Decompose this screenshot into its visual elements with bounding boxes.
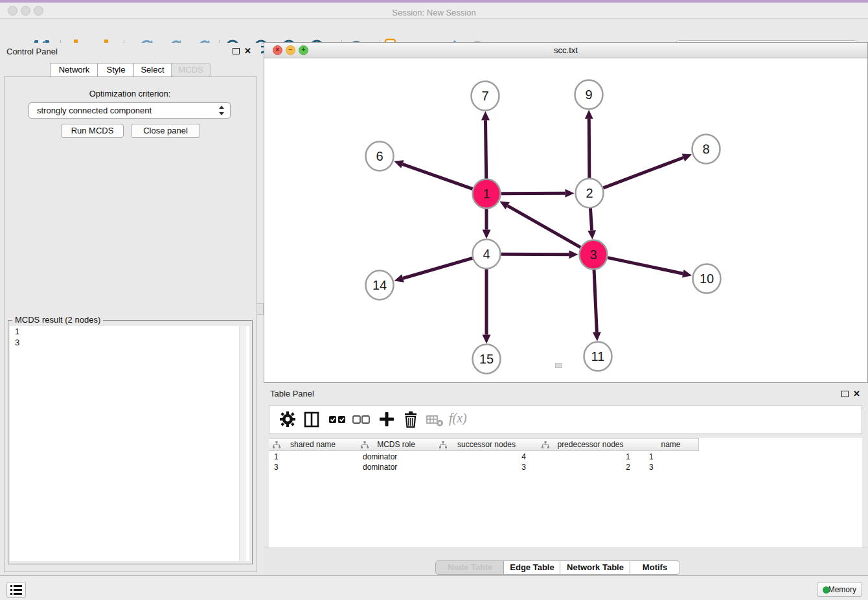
run-mcds-button[interactable]: Run MCDS: [61, 124, 124, 138]
criterion-dropdown[interactable]: strongly connected component: [29, 102, 231, 119]
tab-style[interactable]: Style: [97, 63, 135, 77]
graph-node-2[interactable]: 2: [576, 179, 604, 208]
memory-button[interactable]: Memory: [817, 582, 862, 597]
graph-node-label: 6: [376, 149, 383, 163]
graph-edge-arrowhead: [394, 274, 404, 282]
graph-edge-3-1[interactable]: [508, 206, 581, 248]
status-bar: Memory: [0, 575, 868, 600]
show-columns-icon[interactable]: [301, 409, 322, 430]
window-resize-handle[interactable]: [555, 363, 562, 368]
graph-node-4[interactable]: 4: [473, 240, 501, 269]
graph-node-label: 15: [479, 352, 494, 366]
column-header-mcds-role[interactable]: MCDS role: [357, 438, 436, 451]
table-cell[interactable]: 1: [649, 452, 694, 462]
delete-column-icon[interactable]: [424, 409, 445, 430]
memory-label: Memory: [828, 585, 856, 594]
graph-node-label: 10: [700, 271, 714, 286]
table-cell[interactable]: 1: [538, 452, 630, 462]
table-cell[interactable]: 3: [649, 462, 694, 472]
tab-node-table[interactable]: Node Table: [435, 560, 505, 575]
graph-node-label: 4: [483, 247, 490, 261]
tab-motifs[interactable]: Motifs: [630, 560, 680, 575]
tab-network-table[interactable]: Network Table: [560, 560, 631, 575]
result-scrollbar[interactable]: [239, 326, 246, 561]
graph-edge-3-10[interactable]: [608, 258, 683, 274]
graph-node-1[interactable]: 1: [473, 179, 501, 209]
main-toolbar: [0, 19, 868, 43]
tab-select[interactable]: Select: [133, 63, 172, 77]
app-title: Session: New Session: [0, 8, 868, 17]
graph-edge-arrowhead: [593, 332, 601, 341]
float-panel-icon[interactable]: [233, 48, 240, 54]
mcds-result-textarea[interactable]: 1 3: [10, 326, 249, 561]
graph-edge-1-7[interactable]: [485, 120, 486, 179]
graph-edge-1-6[interactable]: [402, 164, 472, 189]
table-cell[interactable]: dominator: [363, 462, 434, 472]
graph-edge-4-14[interactable]: [403, 258, 472, 278]
graph-edge-arrowhead: [588, 230, 596, 239]
table-cell[interactable]: 3: [274, 462, 352, 472]
control-panel: Control Panel ✕ Network Style Select MCD…: [0, 43, 261, 575]
table-toolbar: f(x): [269, 405, 862, 434]
table-panel-title: Table Panel: [270, 389, 314, 398]
network-canvas[interactable]: 7968124314101511: [264, 58, 866, 382]
close-panel-button[interactable]: Close panel: [131, 124, 200, 138]
graph-edge-2-8[interactable]: [603, 157, 683, 188]
tab-mcds[interactable]: MCDS: [171, 63, 211, 77]
column-label: successor nodes: [457, 440, 516, 449]
graph-node-14[interactable]: 14: [366, 271, 394, 300]
optimization-criterion-label: Optimization criterion:: [4, 89, 256, 98]
table-cell[interactable]: 2: [538, 462, 630, 472]
close-panel-icon[interactable]: ✕: [244, 47, 251, 55]
graph-node-10[interactable]: 10: [693, 264, 721, 294]
graph-node-8[interactable]: 8: [692, 135, 720, 164]
float-table-panel-icon[interactable]: [841, 391, 849, 397]
settings-gear-icon[interactable]: [277, 409, 298, 430]
close-table-panel-icon[interactable]: ✕: [853, 389, 860, 398]
graph-edge-arrowhead: [682, 270, 692, 278]
graph-edge-arrowhead: [565, 189, 574, 198]
list-icon: [10, 584, 23, 595]
network-window-title: scc.txt: [264, 45, 867, 55]
column-header-predecessor-nodes[interactable]: predecessor nodes: [538, 438, 644, 451]
network-window-titlebar[interactable]: × − + scc.txt: [264, 43, 867, 58]
graph-node-9[interactable]: 9: [575, 80, 603, 110]
column-header-shared-name[interactable]: shared name: [269, 438, 358, 451]
graph-node-6[interactable]: 6: [366, 142, 394, 171]
panel-divider-grip[interactable]: [257, 303, 264, 315]
graph-node-label: 7: [481, 89, 488, 103]
graph-edge-3-11[interactable]: [594, 269, 597, 332]
graph-edge-1-2[interactable]: [501, 193, 565, 194]
control-panel-title: Control Panel: [6, 47, 58, 56]
task-history-button[interactable]: [6, 582, 26, 598]
tab-network[interactable]: Network: [50, 63, 98, 77]
select-all-icon[interactable]: [326, 409, 347, 430]
graph-edge-2-9[interactable]: [589, 119, 589, 178]
add-column-icon[interactable]: [376, 409, 397, 430]
column-header-name[interactable]: name: [643, 438, 699, 451]
tab-edge-table[interactable]: Edge Table: [503, 560, 561, 575]
graph-node-label: 2: [586, 186, 593, 200]
graph-edge-2-3[interactable]: [590, 207, 591, 230]
unselect-all-icon[interactable]: [350, 409, 371, 430]
table-cell[interactable]: 3: [435, 462, 526, 472]
graph-edge-arrowhead: [394, 160, 404, 168]
memory-status-icon: [823, 586, 830, 594]
column-header-successor-nodes[interactable]: successor nodes: [435, 438, 538, 451]
column-type-icon: [361, 441, 369, 448]
table-cell[interactable]: 1: [274, 452, 352, 462]
column-label: predecessor nodes: [557, 440, 623, 449]
table-cell[interactable]: dominator: [363, 452, 434, 462]
function-builder-icon[interactable]: f(x): [449, 411, 475, 432]
table-cell[interactable]: 4: [435, 452, 526, 462]
graph-node-11[interactable]: 11: [584, 342, 612, 371]
graph-node-15[interactable]: 15: [473, 345, 501, 374]
graph-node-7[interactable]: 7: [472, 82, 499, 111]
graph-edge-4-3[interactable]: [501, 254, 569, 255]
graph-edge-arrowhead: [569, 250, 578, 259]
column-label: shared name: [290, 440, 336, 449]
delete-selected-icon[interactable]: [400, 409, 421, 430]
column-type-icon: [542, 441, 549, 448]
column-label: MCDS role: [377, 440, 415, 449]
graph-node-3[interactable]: 3: [580, 240, 608, 270]
